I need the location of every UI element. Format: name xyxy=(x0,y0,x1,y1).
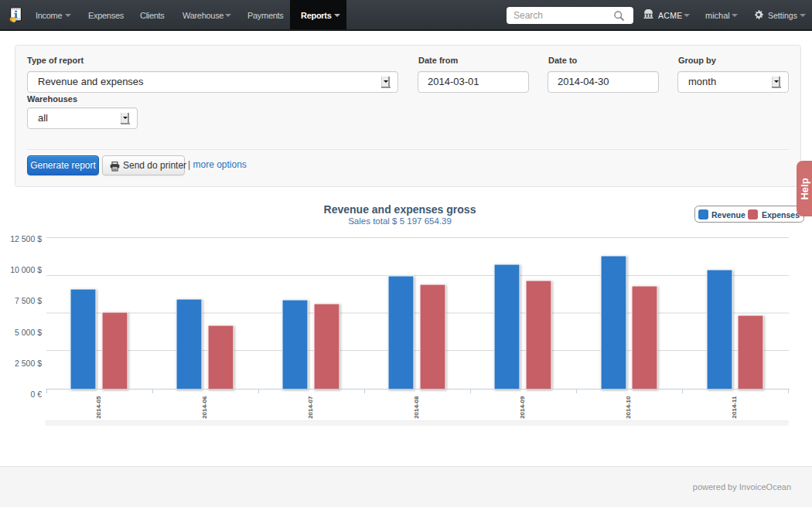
svg-text:2014-06: 2014-06 xyxy=(201,396,208,419)
svg-text:10 000 $: 10 000 $ xyxy=(10,265,42,274)
svg-text:12 500 $: 12 500 $ xyxy=(10,234,42,243)
svg-text:2 500 $: 2 500 $ xyxy=(15,359,42,368)
svg-text:Sales total $ 5 197 654.39: Sales total $ 5 197 654.39 xyxy=(348,216,452,226)
svg-text:2014-11: 2014-11 xyxy=(731,396,738,418)
svg-text:2014-09: 2014-09 xyxy=(519,396,526,419)
svg-text:Expenses: Expenses xyxy=(762,210,800,219)
svg-text:2014-10: 2014-10 xyxy=(625,396,632,419)
svg-text:0 €: 0 € xyxy=(30,390,42,399)
svg-text:7 500 $: 7 500 $ xyxy=(15,296,42,305)
svg-text:2014-08: 2014-08 xyxy=(413,396,420,419)
svg-text:Revenue and expenses gross: Revenue and expenses gross xyxy=(324,203,476,216)
svg-text:2014-05: 2014-05 xyxy=(95,396,102,419)
svg-text:2014-07: 2014-07 xyxy=(307,396,314,419)
svg-text:5 000 $: 5 000 $ xyxy=(15,328,42,337)
svg-text:Revenue: Revenue xyxy=(711,210,745,219)
